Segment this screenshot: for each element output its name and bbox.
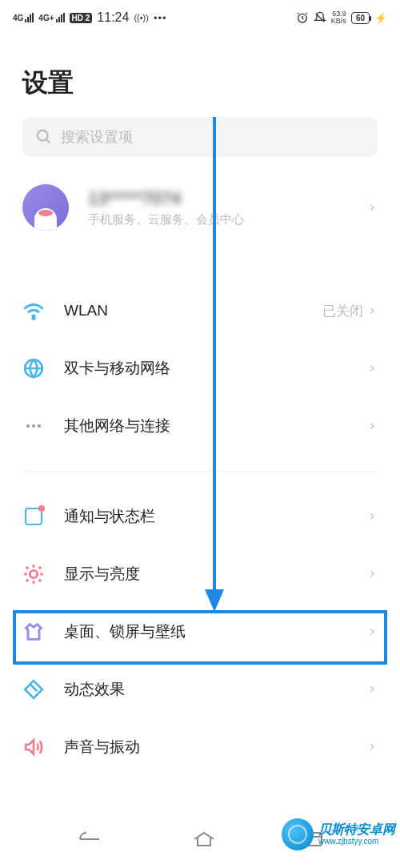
settings-row-other-network[interactable]: 其他网络与连接 xyxy=(0,397,400,455)
status-bar: 4G 4G+ HD 2 11:24 ((•)) ••• 63.9 KB/s 60… xyxy=(0,0,400,35)
data-rate-unit: KB/s xyxy=(331,18,346,25)
avatar xyxy=(22,184,69,231)
divider xyxy=(22,471,378,472)
search-icon xyxy=(35,128,53,146)
charging-icon: ⚡ xyxy=(374,12,387,24)
profile-subtitle: 手机服务、云服务、会员中心 xyxy=(88,212,366,227)
status-right: 63.9 KB/s 60 ⚡ xyxy=(296,10,387,25)
dots-icon xyxy=(22,415,45,437)
settings-label: WLAN xyxy=(64,302,322,319)
chevron-right-icon xyxy=(366,305,378,316)
watermark-logo-icon xyxy=(282,818,314,850)
search-placeholder: 搜索设置项 xyxy=(61,127,133,147)
settings-label: 桌面、锁屏与壁纸 xyxy=(64,621,366,642)
watermark: 贝斯特安卓网 www.zjbstyy.com xyxy=(282,818,395,850)
speaker-icon xyxy=(22,736,45,758)
chevron-right-icon xyxy=(366,202,378,213)
nav-back-button[interactable] xyxy=(77,831,102,847)
sim1-signal: 4G xyxy=(13,13,34,22)
hotspot-icon: ((•)) xyxy=(134,13,149,22)
settings-label: 其他网络与连接 xyxy=(64,416,366,436)
settings-row-animation[interactable]: 动态效果 xyxy=(0,661,400,718)
settings-row-sound[interactable]: 声音与振动 xyxy=(0,718,400,776)
chevron-right-icon xyxy=(366,741,378,753)
notification-icon xyxy=(22,505,45,528)
chevron-right-icon xyxy=(366,626,378,637)
data-rate: 63.9 KB/s xyxy=(331,10,346,25)
page-title: 设置 xyxy=(0,35,400,117)
sim2-bars-icon xyxy=(56,13,65,22)
status-time: 11:24 xyxy=(97,10,129,25)
settings-label: 显示与亮度 xyxy=(64,564,366,585)
mute-icon xyxy=(314,11,326,24)
globe-icon xyxy=(22,357,45,380)
battery-icon: 60 xyxy=(351,12,370,24)
search-input[interactable]: 搜索设置项 xyxy=(22,117,378,157)
svg-point-1 xyxy=(38,131,48,141)
brightness-icon xyxy=(22,563,45,585)
nav-home-button[interactable] xyxy=(193,831,215,847)
sim1-bars-icon xyxy=(25,13,34,22)
settings-label: 双卡与移动网络 xyxy=(64,358,366,379)
profile-row[interactable]: 13*****7074 手机服务、云服务、会员中心 xyxy=(0,173,400,242)
settings-label: 动态效果 xyxy=(64,679,366,700)
chevron-right-icon xyxy=(366,684,378,695)
chevron-right-icon xyxy=(366,511,378,522)
sim1-label: 4G xyxy=(13,14,23,22)
more-icon: ••• xyxy=(154,12,167,24)
settings-row-display[interactable]: 显示与亮度 xyxy=(0,545,400,603)
chevron-right-icon xyxy=(366,420,378,432)
settings-value: 已关闭 xyxy=(322,302,363,320)
sim2-label: 4G+ xyxy=(38,14,54,22)
profile-name: 13*****7074 xyxy=(88,188,366,209)
svg-point-2 xyxy=(33,317,34,319)
diamond-icon xyxy=(22,678,45,701)
hd-badge: HD 2 xyxy=(70,13,93,23)
profile-text: 13*****7074 手机服务、云服务、会员中心 xyxy=(88,188,366,227)
settings-row-wlan[interactable]: WLAN 已关闭 xyxy=(0,282,400,340)
watermark-url: www.zjbstyy.com xyxy=(318,837,395,846)
wifi-icon xyxy=(22,299,45,322)
shirt-icon xyxy=(22,621,45,643)
settings-label: 通知与状态栏 xyxy=(64,506,366,527)
sim2-signal: 4G+ xyxy=(38,13,64,22)
settings-label: 声音与振动 xyxy=(64,737,366,757)
settings-row-sim[interactable]: 双卡与移动网络 xyxy=(0,340,400,397)
settings-row-notification[interactable]: 通知与状态栏 xyxy=(0,488,400,545)
svg-point-4 xyxy=(30,570,37,577)
chevron-right-icon xyxy=(366,569,378,580)
alarm-icon xyxy=(296,11,309,24)
chevron-right-icon xyxy=(366,363,378,374)
settings-row-wallpaper[interactable]: 桌面、锁屏与壁纸 xyxy=(0,603,400,661)
status-left: 4G 4G+ HD 2 11:24 ((•)) ••• xyxy=(13,10,167,25)
watermark-title: 贝斯特安卓网 xyxy=(318,822,395,837)
